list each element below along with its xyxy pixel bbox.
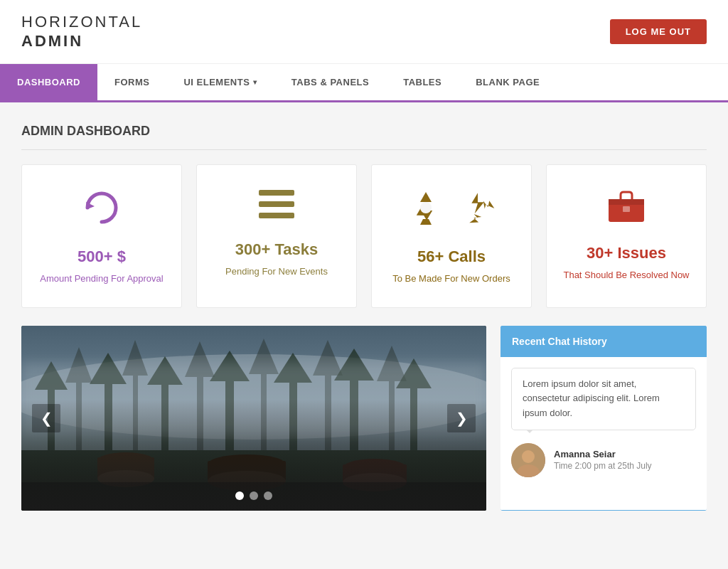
svg-rect-34 [410,381,417,461]
svg-rect-28 [225,374,234,461]
stat-desc-issues: That Should Be Resolved Now [561,268,692,282]
svg-marker-35 [396,358,432,388]
svg-rect-41 [208,461,286,481]
carousel-prev-button[interactable]: ❮ [32,404,60,432]
chat-body[interactable]: Lorem ipsum dolor sit amet, consectetur … [500,357,707,510]
svg-point-39 [97,470,154,487]
nav-item-ui-elements[interactable]: UI ELEMENTS ▾ [166,64,274,100]
svg-rect-18 [325,363,331,454]
stat-card-pending-amount: 500+ $ Amount Pending For Approval [21,164,182,308]
recycle-icon [386,186,517,237]
stat-card-tasks: 300+ Tasks Pending For New Events [196,164,357,308]
carousel-dot-1[interactable] [235,491,244,500]
nav-item-tabs-panels[interactable]: TABS & PANELS [274,64,386,100]
logout-button[interactable]: LOG ME OUT [610,19,707,44]
stat-card-calls: 56+ Calls To Be Made For New Orders [371,164,532,308]
chevron-down-icon: ▾ [253,78,257,86]
navbar: DASHBOARD FORMS UI ELEMENTS ▾ TABS & PAN… [0,64,728,102]
svg-rect-24 [105,376,112,461]
logo-line1: HORIZONTAL [21,13,142,31]
carousel-dot-2[interactable] [250,491,258,500]
stat-number-calls: 56+ Calls [386,248,517,266]
svg-rect-12 [133,361,138,454]
briefcase-icon [561,186,692,233]
svg-rect-44 [343,464,407,482]
bottom-section: ❮ ❯ Recent Chat History Lorem ipsum dolo… [21,326,707,511]
svg-marker-0 [86,202,95,209]
svg-point-37 [97,452,154,469]
svg-point-45 [343,473,407,491]
avatar [511,443,545,477]
chat-message: Lorem ipsum dolor sit amet, consectetur … [523,378,660,419]
header: HORIZONTAL ADMIN LOG ME OUT [0,0,728,64]
carousel-image [21,326,486,511]
svg-point-9 [21,354,486,440]
logo: HORIZONTAL ADMIN [21,13,142,50]
svg-rect-32 [350,372,358,461]
chat-user-row: Amanna Seiar Time 2:00 pm at 25th July [511,443,696,477]
svg-rect-1 [259,190,294,196]
svg-marker-23 [35,361,68,390]
refresh-icon [36,186,167,237]
page-title: ADMIN DASHBOARD [21,124,707,150]
stat-desc-calls: To Be Made For New Orders [386,272,517,286]
carousel: ❮ ❯ [21,326,486,511]
svg-rect-6 [609,199,644,205]
svg-rect-3 [259,213,294,218]
svg-rect-14 [197,365,203,454]
chat-panel: Recent Chat History Lorem ipsum dolor si… [500,326,707,511]
nav-item-forms[interactable]: FORMS [97,64,166,100]
svg-point-4 [420,202,432,213]
svg-rect-7 [623,206,630,212]
svg-rect-20 [389,367,395,454]
nav-item-dashboard[interactable]: DASHBOARD [0,64,97,100]
nav-item-tables[interactable]: TABLES [386,64,459,100]
logo-line2: ADMIN [21,32,142,50]
chat-header: Recent Chat History [500,326,707,357]
svg-rect-16 [261,360,267,454]
stat-number-issues: 30+ Issues [561,244,692,262]
carousel-dots [235,491,272,500]
chat-user-name: Amanna Seiar [554,449,652,459]
svg-point-42 [208,471,286,491]
stat-desc-tasks: Pending For New Events [211,265,342,279]
chat-user-time: Time 2:00 pm at 25th July [554,461,652,471]
svg-point-40 [208,454,286,474]
svg-point-48 [522,450,535,463]
stat-card-issues: 30+ Issues That Should Be Resolved Now [546,164,707,308]
svg-rect-26 [161,379,168,461]
stat-desc-amount: Amount Pending For Approval [36,272,167,286]
svg-rect-8 [21,326,486,511]
stat-number-amount: 500+ $ [36,248,167,266]
avatar-image [511,443,545,477]
chat-bubble: Lorem ipsum dolor sit amet, consectetur … [511,368,696,430]
svg-point-43 [343,459,407,477]
svg-rect-2 [259,201,294,207]
stat-number-tasks: 300+ Tasks [211,240,342,259]
chat-user-info: Amanna Seiar Time 2:00 pm at 25th July [554,449,652,471]
svg-rect-30 [289,377,297,461]
stat-cards-grid: 500+ $ Amount Pending For Approval 300+ … [21,164,707,308]
nav-inner: DASHBOARD FORMS UI ELEMENTS ▾ TABS & PAN… [0,64,728,100]
nav-item-blank-page[interactable]: BLANK PAGE [459,64,557,100]
carousel-next-button[interactable]: ❯ [447,404,476,432]
carousel-dot-3[interactable] [264,491,272,500]
menu-icon [211,186,342,230]
svg-rect-38 [97,457,154,479]
svg-rect-10 [76,368,82,454]
main-content: ADMIN DASHBOARD 500+ $ Amount Pending Fo… [0,102,728,532]
svg-rect-36 [21,450,486,511]
